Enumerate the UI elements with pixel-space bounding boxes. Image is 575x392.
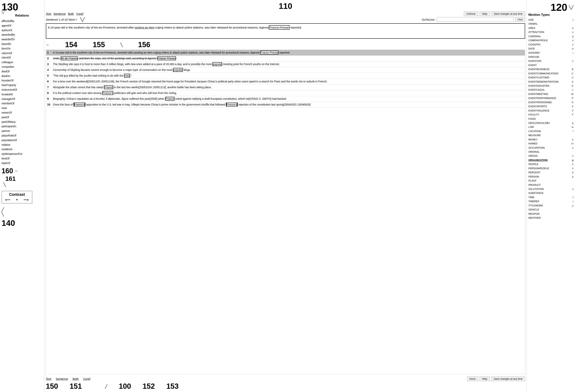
mention-item-eventpersonnel[interactable]: EVENTPERSONNELN [528, 100, 574, 104]
goto-input[interactable] [437, 17, 514, 22]
mention-item-plant[interactable]: PLANT [528, 179, 574, 183]
mention-item-measure[interactable]: MEASURE [528, 133, 574, 137]
mention-item-food[interactable]: FOOD [528, 117, 574, 121]
mention-item-law[interactable]: LAWw [528, 125, 574, 129]
sentence-row-3[interactable]: 3The Skyblog site says it is host to mor… [46, 61, 525, 67]
entity-span[interactable]: France [104, 85, 113, 89]
mention-item-eventmeeting[interactable]: EVENTMEETINGM [528, 92, 574, 96]
entity-span[interactable]: France's [226, 103, 237, 107]
relation-item-instrumentof[interactable]: instrumentOf [1, 88, 43, 92]
relation-item-diedon[interactable]: diedOn [1, 74, 43, 79]
bottom-nav-text[interactable]: Text [46, 377, 51, 380]
entity-span[interactable]: France-Presse [260, 51, 279, 54]
entity-span[interactable]: France's [102, 91, 113, 95]
entity-span[interactable]: France-Presse [157, 56, 176, 60]
relation-item-affectedby[interactable]: affectedBy [1, 19, 43, 23]
entity-span[interactable]: riots [124, 74, 130, 78]
top-nav-coref[interactable]: Coref [76, 12, 83, 15]
sentence-row-5[interactable]: 5"The old guy killed by the youths had n… [46, 73, 525, 79]
mention-item-vehicle[interactable]: VEHICLE [528, 208, 574, 212]
relation-item-authorof[interactable]: authorOf [1, 28, 43, 33]
bottom-nav-coref[interactable]: Coref [83, 377, 90, 380]
relation-item-populationof[interactable]: populationOf [1, 138, 43, 143]
relation-item-memberof[interactable]: memberOf [1, 101, 43, 106]
sentence-row-1[interactable]: 1A 14-year-old in the southern city of A… [46, 50, 525, 56]
mention-item-attraction[interactable]: ATTRACTIONx [528, 30, 574, 34]
mention-item-facility[interactable]: FACILITYF [528, 113, 574, 117]
relation-item-near[interactable]: near [1, 106, 43, 111]
mention-item-eventdisaster[interactable]: EVENTDISASTERD [528, 84, 574, 88]
relation-item-residesin[interactable]: residesIn [1, 147, 43, 152]
mention-item-money[interactable]: MONEYk [528, 138, 574, 141]
top-nav-text[interactable]: Text [46, 12, 51, 15]
mention-item-timeref[interactable]: TIMEREFi [528, 199, 574, 203]
mention-item-cardinal[interactable]: CARDINALq [528, 34, 574, 38]
relation-item-locatedat[interactable]: locatedAt [1, 92, 43, 97]
mention-item-eventperformance[interactable]: EVENTPERFORMANCEP [528, 96, 574, 100]
sentence-row-4[interactable]: 4Censorship of Skyblog became severe eno… [46, 67, 525, 73]
mention-item-product[interactable]: PRODUCT [528, 183, 574, 187]
mention-item-eventbusiness[interactable]: EVENTBUSINESSB [528, 67, 574, 71]
mention-item-age[interactable]: AGEj [528, 18, 574, 22]
mention-item-salutation[interactable]: SALUTATIONs [528, 187, 574, 191]
find-button[interactable]: Find [515, 17, 525, 22]
mention-item-personpeople[interactable]: PERSONPEOPLEh [528, 166, 574, 170]
top-btn-save-changes-at-any-time[interactable]: Save changes at any time [491, 12, 525, 16]
mention-item-eventcustoms[interactable]: EVENTCUSTOMSU [528, 75, 574, 80]
relation-item-hasproperty[interactable]: hasProperty [1, 83, 43, 88]
relation-item-founderof[interactable]: founderOf [1, 78, 43, 83]
mention-item-date[interactable]: DATEd [528, 46, 574, 51]
relation-item-bornon[interactable]: bornOn [1, 46, 43, 51]
entity-span[interactable]: France [165, 97, 174, 101]
relation-item-relative[interactable]: relative [1, 143, 43, 147]
mention-item-eventlegal[interactable]: EVENTLEGALL [528, 88, 574, 92]
mention-item-weather[interactable]: WEATHER [528, 216, 574, 220]
top-nav-sentence[interactable]: Sentence [53, 12, 66, 15]
mention-item-organization[interactable]: ORGANIZATIONo [528, 158, 574, 162]
top-btn-undone[interactable]: UnDone [464, 12, 478, 16]
sentence-row-6[interactable]: 6For a time over the weekend[20051105::2… [46, 79, 525, 85]
sentence-row-9[interactable]: 9Biography: Chirac's reputation as a for… [46, 96, 525, 102]
bottom-nav-both[interactable]: Both [73, 377, 79, 380]
mention-item-named[interactable]: NAMEDm [528, 141, 574, 146]
mention-item-titlework[interactable]: TITLEWORKy [528, 204, 574, 208]
relation-item-managerof[interactable]: managerOf [1, 97, 43, 101]
relation-item-timeof[interactable]: timeOf [1, 156, 43, 161]
relation-item-competitor[interactable]: competitor [1, 65, 43, 69]
mention-item-disease[interactable]: DISEASE [528, 55, 574, 59]
relation-item-clientof[interactable]: clientOf [1, 55, 43, 60]
mention-item-organ[interactable]: ORGANz [528, 154, 574, 158]
mention-item-eventcommunication[interactable]: EVENTCOMMUNICATIONC [528, 71, 574, 75]
mention-item-eventsports[interactable]: EVENTSPORTSS [528, 104, 574, 108]
bottom-btn-save-changes-at-any-time[interactable]: Save changes at any time [491, 377, 525, 381]
mention-item-ordinal[interactable]: ORDINAL [528, 150, 574, 154]
bottom-btn-help[interactable]: Help [480, 377, 490, 381]
relation-item-partofmany[interactable]: partOfMany [1, 120, 43, 124]
relation-item-colleague[interactable]: colleague [1, 60, 43, 65]
top-nav-both[interactable]: Both [68, 12, 74, 15]
entity-span[interactable]: Ile-de-France [61, 56, 77, 60]
mention-item-dateref[interactable]: DATEREFr [528, 51, 574, 55]
mention-item-geologicalobj[interactable]: GEOLOGICALOBJg [528, 121, 574, 125]
mention-item-weapon[interactable]: WEAPON [528, 212, 574, 216]
mention-item-duration[interactable]: DURATIONn [528, 59, 574, 63]
bottom-btn-done[interactable]: Done [467, 377, 478, 381]
relation-item-topicof[interactable]: topicOf [1, 161, 43, 165]
top-btn-help[interactable]: Help [480, 12, 490, 16]
mention-item-country[interactable]: COUNTRYc [528, 43, 574, 46]
relation-item-awardedto[interactable]: awardedTo [1, 37, 43, 42]
relation-item-basedin[interactable]: basedIn [1, 42, 43, 46]
mention-item-percent[interactable]: PERCENTb [528, 170, 574, 174]
entity-span[interactable]: France's [226, 103, 238, 107]
sentence-row-10[interactable]: 10Once the face of France's opposition t… [46, 102, 525, 108]
mention-item-time[interactable]: TIMEt [528, 195, 574, 199]
relation-item-partner[interactable]: partner [1, 129, 43, 133]
relation-item-ownerof[interactable]: ownerOf [1, 111, 43, 115]
mention-item-event[interactable]: EVENT [528, 63, 574, 67]
relation-item-citizenof[interactable]: citizenOf [1, 51, 43, 56]
entity-span[interactable]: popular [213, 62, 222, 66]
mention-item-person[interactable]: PERSONp [528, 175, 574, 179]
relation-item-partof[interactable]: partOf [1, 115, 43, 120]
mention-item-substance[interactable]: SUBSTANCE [528, 191, 574, 195]
mention-item-eventviolence[interactable]: EVENTVIOLENCEV [528, 109, 574, 113]
